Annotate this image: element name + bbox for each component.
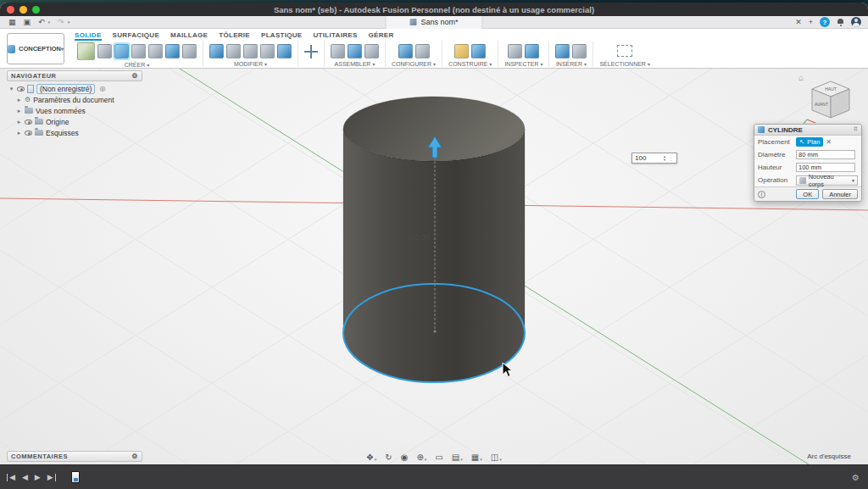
group-inspecter-label[interactable]: INSPECTER [504,61,542,67]
activate-radio-icon[interactable]: ◎ [99,85,105,92]
tab-surfacique[interactable]: SURFACIQUE [113,29,159,41]
new-component-icon[interactable] [331,44,345,58]
extrude-icon[interactable] [165,44,180,58]
go-to-end-button[interactable]: ▶ [47,474,56,481]
expand-icon[interactable]: ▸ [16,97,22,103]
primitive-sphere-icon[interactable] [131,44,146,58]
drag-grip-icon[interactable]: ⋮ [668,155,674,162]
profile-avatar[interactable] [851,17,861,27]
dialog-drag-dots-icon[interactable]: ⠿ [854,126,858,133]
fillet-icon[interactable] [226,44,241,58]
visibility-eye-icon[interactable] [25,131,32,136]
minimize-window-button[interactable] [19,6,27,14]
tree-item-label[interactable]: Paramètres du document [33,96,114,104]
timeline-feature-marker[interactable] [71,471,80,483]
orbit-icon[interactable]: ↻ [385,453,392,462]
home-view-icon[interactable]: ⌂ [798,73,804,82]
visibility-eye-icon[interactable] [17,86,25,92]
height-dimension-input[interactable] [632,154,663,162]
construction-axis-icon[interactable] [471,44,486,58]
tree-row-sketches[interactable]: ▸ Esquisses [8,127,114,138]
tab-tolerie[interactable]: TÔLERIE [219,29,250,41]
section-analysis-icon[interactable] [525,44,539,58]
maximize-window-button[interactable] [32,6,40,14]
tab-maillage[interactable]: MAILLAGE [170,29,208,41]
tab-utilitaires[interactable]: UTILITAIRES [314,29,358,41]
cylinder-body[interactable] [343,129,525,382]
shell-icon[interactable] [243,44,258,58]
fit-view-icon[interactable]: ▭ [435,453,442,462]
save-icon[interactable]: ▣ [24,19,31,26]
redo-caret-icon[interactable]: ▾ [68,19,70,25]
sketch-center-point[interactable] [433,330,436,332]
play-button[interactable]: ▶ [35,474,41,481]
tree-row-document-settings[interactable]: ▸ ⚙ Paramètres du document [8,94,114,105]
group-configurer-label[interactable]: CONFIGURER [392,61,436,67]
revolve-icon[interactable] [182,44,197,58]
pan-icon[interactable]: ✥▾ [366,453,376,462]
insert-decal-icon[interactable] [572,44,587,58]
cancel-button[interactable]: Annuler [822,189,858,199]
primitive-torus-icon[interactable] [148,44,163,58]
group-selectionner-label[interactable]: SÉLECTIONNER [599,61,649,67]
select-icon[interactable] [617,45,632,57]
go-to-start-button[interactable]: ◀ [7,474,15,481]
combine-icon[interactable] [260,44,275,58]
comments-panel-header[interactable]: COMMENTAIRES ⚙ [7,451,142,462]
diameter-input[interactable] [796,150,855,159]
construction-plane-icon[interactable] [454,44,469,58]
measure-icon[interactable] [508,44,522,58]
step-back-button[interactable]: ◀ [22,474,28,481]
tree-item-label[interactable]: Vues nommées [36,107,86,115]
tree-item-label[interactable]: (Non enregistré) [36,84,95,94]
tree-item-label[interactable]: Origine [46,118,69,126]
data-panel-icon[interactable]: ▦ [8,19,16,26]
viewports-icon[interactable]: ◫▾ [491,453,502,462]
display-settings-icon[interactable]: ▤▾ [452,453,463,462]
tab-plastique[interactable]: PLASTIQUE [261,29,302,41]
notifications-bell-icon[interactable] [837,19,844,26]
expand-icon[interactable]: ▸ [16,108,22,114]
close-window-button[interactable] [7,6,14,14]
primitive-cylinder-icon[interactable] [114,44,129,58]
timeline-gear-icon[interactable]: ⚙ [852,473,860,482]
change-parameters-icon[interactable] [277,44,292,58]
press-pull-icon[interactable] [209,44,224,58]
help-icon[interactable]: ? [820,17,830,27]
group-modifier-label[interactable]: MODIFIER [234,61,267,67]
move-copy-icon[interactable] [304,45,318,58]
tree-row-document[interactable]: ▾ (Non enregistré) ◎ [8,83,114,94]
close-tab-icon[interactable]: ✕ [795,18,802,26]
document-tab[interactable]: Sans nom* [385,16,482,29]
height-input[interactable] [796,163,855,172]
rigid-group-icon[interactable] [364,44,379,58]
redo-icon[interactable]: ↷ [58,19,64,26]
placement-chip[interactable]: ↖ Plan [796,137,823,147]
tree-item-label[interactable]: Esquisses [46,129,79,137]
create-sketch-icon[interactable] [77,42,95,60]
expand-icon[interactable]: ▸ [16,119,22,125]
workspace-selector[interactable]: CONCEPTION [7,33,64,64]
operation-select[interactable]: Nouveau corps ▾ [796,175,858,186]
zoom-icon[interactable]: ⊕▾ [416,453,426,462]
navigator-gear-icon[interactable]: ⚙ [131,72,138,80]
undo-icon[interactable]: ↶ [38,19,45,26]
expand-icon[interactable]: ▸ [16,130,22,136]
configuration-icon[interactable] [398,44,413,58]
insert-derive-icon[interactable] [555,44,570,58]
ok-button[interactable]: OK [796,189,819,199]
configuration-table-icon[interactable] [415,44,430,58]
stepper-icon[interactable]: ▲▼ [663,155,666,161]
group-creer-label[interactable]: CRÉER [125,62,150,68]
clear-selection-icon[interactable]: ✕ [826,138,832,146]
joint-icon[interactable] [348,44,362,58]
tab-solide[interactable]: SOLIDE [75,29,102,41]
tab-gerer[interactable]: GÉRER [369,29,394,41]
view-cube[interactable]: ⌂ HAUT AVANT [802,75,858,125]
group-construire-label[interactable]: CONSTRUIRE [448,61,492,67]
comments-gear-icon[interactable]: ⚙ [131,453,138,460]
new-tab-icon[interactable]: + [809,18,813,26]
group-assembler-label[interactable]: ASSEMBLER [335,61,376,67]
tree-row-origin[interactable]: ▸ Origine [8,116,114,127]
expand-collapse-icon[interactable]: ▾ [8,86,14,92]
